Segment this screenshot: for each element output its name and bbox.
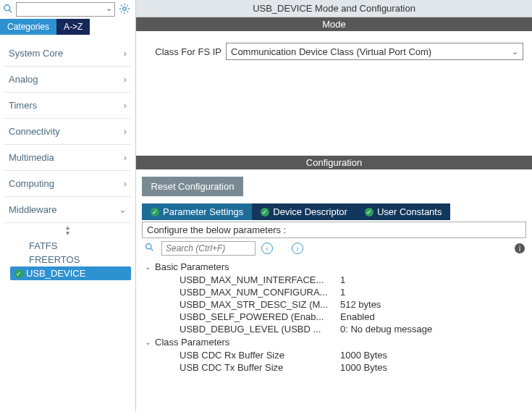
tab-categories[interactable]: Categories [0,19,56,35]
chevron-right-icon: › [124,100,127,111]
page-title: USB_DEVICE Mode and Configuration [136,0,532,17]
svg-line-8 [127,11,129,12]
chevron-down-icon: ⌄ [106,4,112,13]
chevron-right-icon: › [124,178,127,189]
sidebar-item-freertos[interactable]: FREERTOS [25,253,131,266]
param-name: USBD_MAX_NUM_INTERFACE... [180,274,340,285]
param-name: USBD_SELF_POWERED (Enab... [180,311,340,322]
param-value: 1000 Bytes [340,362,387,373]
gear-icon[interactable] [117,3,132,17]
param-value: Enabled [340,311,375,322]
param-group-basic-parameters[interactable]: ⌄Basic Parameters [145,260,526,274]
param-row[interactable]: USB CDC Tx Buffer Size1000 Bytes [145,361,526,374]
section-label: Timers [9,100,37,111]
param-value: 0: No debug message [340,324,432,335]
config-header: Configuration [136,156,532,169]
chevron-down-icon: ⌄ [119,204,127,215]
section-label: Connectivity [9,126,60,137]
param-value: 512 bytes [340,299,381,310]
section-label: Middleware [9,204,56,215]
info-icon[interactable]: i [515,243,525,253]
param-row[interactable]: USBD_MAX_NUM_CONFIGURA...1 [145,286,526,298]
chevron-down-icon: ⌄ [145,338,152,346]
section-computing[interactable]: Computing› [4,171,131,197]
svg-line-9 [121,11,122,12]
right-panel: USB_DEVICE Mode and Configuration Mode C… [136,0,532,412]
param-row[interactable]: USB CDC Rx Buffer Size1000 Bytes [145,349,526,361]
check-icon: ✓ [14,269,23,278]
param-name: USB CDC Tx Buffer Size [180,362,340,373]
chevron-down-icon: ⌄ [512,47,518,56]
sidebar-item-usb_device[interactable]: ✓USB_DEVICE [10,266,131,280]
param-value: 1 [340,274,345,285]
chevron-right-icon: › [124,48,127,59]
svg-line-12 [151,248,153,251]
svg-point-2 [123,7,126,9]
sidebar-item-label: FREERTOS [29,254,80,265]
instruction-text: Configure the below parameters : [142,222,526,238]
tab-device-descriptor[interactable]: ✓Device Descriptor [252,203,356,220]
check-icon: ✓ [365,208,373,216]
svg-point-11 [146,244,151,249]
tab-label: Device Descriptor [273,206,347,217]
filter-input[interactable] [161,241,256,256]
mode-select-value: Communication Device Class (Virtual Port… [231,46,431,57]
section-label: Computing [9,178,54,189]
param-row[interactable]: USBD_DEBUG_LEVEL (USBD ...0: No debug me… [145,323,526,335]
sidebar-item-label: FATFS [29,240,57,251]
param-name: USBD_DEBUG_LEVEL (USBD ... [180,324,340,335]
svg-line-10 [127,5,129,7]
section-analog[interactable]: Analog› [4,67,131,93]
check-icon: ✓ [151,208,159,216]
tab-label: Parameter Settings [163,206,243,217]
tab-label: User Constants [377,206,442,217]
sidebar-item-label: USB_DEVICE [26,268,85,279]
drag-handle-icon[interactable]: ▴ ▾ [4,223,131,237]
param-row[interactable]: USBD_SELF_POWERED (Enab...Enabled [145,311,526,323]
tab-az[interactable]: A->Z [56,19,90,35]
left-panel: ⌄ Categories A->Z System Core›Analog›Tim… [0,0,136,412]
param-value: 1 [340,287,345,298]
section-label: Multimedia [9,152,54,163]
section-label: Analog [9,74,38,85]
sidebar-item-fatfs[interactable]: FATFS [25,239,131,253]
param-group-class-parameters[interactable]: ⌄Class Parameters [145,335,526,349]
param-name: USBD_MAX_STR_DESC_SIZ (M... [180,299,340,310]
group-label: Basic Parameters [155,261,229,272]
param-value: 1000 Bytes [340,350,387,361]
chevron-right-icon: › [124,74,127,85]
param-row[interactable]: USBD_MAX_STR_DESC_SIZ (M...512 bytes [145,298,526,311]
param-name: USBD_MAX_NUM_CONFIGURA... [180,287,340,298]
prev-match-button[interactable]: ‹ [261,243,273,254]
section-middleware[interactable]: Middleware⌄ [4,197,131,223]
chevron-right-icon: › [124,126,127,137]
mode-select[interactable]: Communication Device Class (Virtual Port… [226,43,523,60]
chevron-right-icon: › [124,152,127,163]
svg-line-1 [9,9,12,12]
section-label: System Core [9,48,63,59]
section-timers[interactable]: Timers› [4,93,131,119]
next-match-button[interactable]: › [292,243,303,254]
section-multimedia[interactable]: Multimedia› [4,145,131,171]
group-label: Class Parameters [155,337,229,348]
param-name: USB CDC Rx Buffer Size [180,350,340,361]
mode-header: Mode [136,17,532,31]
chevron-down-icon: ⌄ [145,263,152,271]
param-row[interactable]: USBD_MAX_NUM_INTERFACE...1 [145,274,526,286]
svg-point-0 [4,4,10,10]
category-combo[interactable]: ⌄ [16,2,115,17]
search-icon[interactable] [1,4,14,16]
tab-user-constants[interactable]: ✓User Constants [356,203,451,220]
search-icon[interactable] [143,243,156,254]
section-system-core[interactable]: System Core› [4,41,131,67]
reset-configuration-button[interactable]: Reset Configuration [142,177,243,196]
svg-line-7 [121,5,122,7]
mode-label: Class For FS IP [145,46,221,57]
tab-parameter-settings[interactable]: ✓Parameter Settings [142,203,252,220]
check-icon: ✓ [261,208,269,216]
section-connectivity[interactable]: Connectivity› [4,119,131,145]
